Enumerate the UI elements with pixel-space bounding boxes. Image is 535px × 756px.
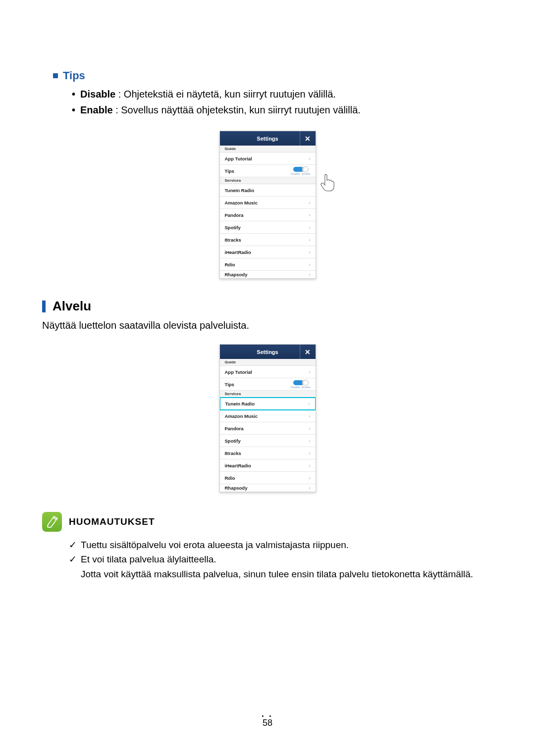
chevron-right-icon: › xyxy=(309,485,310,491)
bullet-icon: • xyxy=(72,86,75,102)
chevron-right-icon: › xyxy=(309,272,310,277)
notes-heading-row: HUOMAUTUKSET xyxy=(42,512,493,532)
page-number-value: 58 xyxy=(263,718,272,728)
page-content: Tips • Disable : Ohjetekstiä ei näytetä,… xyxy=(42,69,493,581)
chevron-right-icon: › xyxy=(309,212,310,218)
chevron-right-icon: › xyxy=(309,369,310,375)
tips-toggle[interactable]: Disable Enable xyxy=(291,167,310,175)
row-app-tutorial[interactable]: App Tutorial › xyxy=(220,152,316,165)
screen-header: Settings ✕ xyxy=(220,131,316,146)
alvelu-description: Näyttää luettelon saatavilla olevista pa… xyxy=(42,320,493,331)
row-service[interactable]: Rhapsody› xyxy=(220,484,316,492)
chevron-right-icon: › xyxy=(309,237,310,243)
chevron-right-icon: › xyxy=(309,225,310,230)
row-label: Rdio xyxy=(225,475,235,481)
check-icon: ✓ xyxy=(69,552,77,581)
row-service[interactable]: Spotify› xyxy=(220,435,316,447)
note-text: Et voi tilata palvelua älylaitteella. xyxy=(81,552,473,566)
section-header-guide: Guide xyxy=(220,146,316,152)
row-label: TuneIn Radio xyxy=(225,401,255,406)
row-label: Rhapsody xyxy=(225,485,248,491)
chevron-right-icon: › xyxy=(309,156,310,161)
pointing-hand-icon xyxy=(320,173,337,193)
row-tips[interactable]: Tips Disable Enable xyxy=(220,378,316,391)
section-header-guide: Guide xyxy=(220,359,316,366)
list-item: ✓ Tuettu sisältöpalvelu voi erota aluees… xyxy=(69,538,493,552)
row-service[interactable]: Rdio› xyxy=(220,258,316,271)
list-item: ✓ Et voi tilata palvelua älylaitteella. … xyxy=(69,552,493,581)
row-service[interactable]: Rhapsody› xyxy=(220,271,316,278)
row-label: Pandora xyxy=(225,212,244,218)
row-service[interactable]: Pandora› xyxy=(220,422,316,435)
chevron-right-icon: › xyxy=(309,438,310,444)
screenshot-1-container: Settings ✕ Guide App Tutorial › Tips Dis… xyxy=(42,131,493,279)
note-text: Jotta voit käyttää maksullista palvelua,… xyxy=(81,567,473,581)
row-service[interactable]: Pandora› xyxy=(220,209,316,221)
row-label: TuneIn Radio xyxy=(225,188,254,193)
chevron-right-icon: › xyxy=(309,413,310,419)
row-service[interactable]: TuneIn Radio xyxy=(220,184,316,197)
notes-icon xyxy=(42,512,62,532)
row-label: Spotify xyxy=(225,225,241,230)
square-bullet-icon xyxy=(53,73,58,78)
chevron-right-icon: › xyxy=(309,451,310,456)
page-number: • • 58 xyxy=(0,713,535,728)
notes-title: HUOMAUTUKSET xyxy=(69,512,155,527)
bullet-icon: • xyxy=(72,102,75,118)
close-button[interactable]: ✕ xyxy=(300,131,316,146)
chevron-right-icon: › xyxy=(309,463,310,468)
row-service[interactable]: 8tracks› xyxy=(220,447,316,459)
chevron-right-icon: › xyxy=(309,475,310,481)
row-label: Tips xyxy=(225,382,234,387)
row-label: Amazon Music xyxy=(225,200,258,205)
tips-toggle[interactable]: Disable Enable xyxy=(291,380,310,389)
notes-list: ✓ Tuettu sisältöpalvelu voi erota aluees… xyxy=(69,538,493,581)
row-service[interactable]: Rdio› xyxy=(220,472,316,484)
list-item: • Enable : Sovellus näyttää ohjetekstin,… xyxy=(72,102,493,118)
check-icon: ✓ xyxy=(69,538,77,552)
row-label: Rhapsody xyxy=(225,272,248,277)
toggle-label-enable: Enable xyxy=(302,386,310,389)
settings-screen-2: Settings ✕ Guide App Tutorial › Tips Dis… xyxy=(219,344,316,492)
tips-heading: Tips xyxy=(53,69,493,82)
alvelu-title: Alvelu xyxy=(53,299,91,314)
row-service[interactable]: iHeartRadio› xyxy=(220,246,316,258)
alvelu-heading: Alvelu xyxy=(42,299,493,314)
note-text: Tuettu sisältöpalvelu voi erota alueesta… xyxy=(81,538,349,552)
row-label: Rdio xyxy=(225,262,235,267)
row-app-tutorial[interactable]: App Tutorial › xyxy=(220,366,316,378)
section-header-services: Services xyxy=(220,391,316,398)
chevron-right-icon: › xyxy=(309,250,310,255)
row-service[interactable]: Amazon Music› xyxy=(220,197,316,209)
tips-bullet-list: • Disable : Ohjetekstiä ei näytetä, kun … xyxy=(72,86,493,118)
close-button[interactable]: ✕ xyxy=(300,345,316,359)
row-label: App Tutorial xyxy=(225,156,252,161)
row-label: iHeartRadio xyxy=(225,250,251,255)
chevron-right-icon: › xyxy=(309,426,310,431)
chevron-right-icon: › xyxy=(309,262,310,267)
row-tips[interactable]: Tips Disable Enable xyxy=(220,165,316,177)
bullet-text: Disable : Ohjetekstiä ei näytetä, kun si… xyxy=(80,86,336,102)
row-label: Tips xyxy=(225,168,234,174)
row-label: 8tracks xyxy=(225,451,241,456)
row-label: Amazon Music xyxy=(225,413,258,419)
row-service[interactable]: iHeartRadio› xyxy=(220,459,316,472)
screen-header: Settings ✕ xyxy=(220,345,316,359)
chevron-right-icon: › xyxy=(308,401,310,406)
row-label: iHeartRadio xyxy=(225,463,251,468)
bar-bullet-icon xyxy=(42,301,46,312)
row-label: 8tracks xyxy=(225,237,241,243)
tips-title: Tips xyxy=(63,69,85,82)
screenshot-2-container: Settings ✕ Guide App Tutorial › Tips Dis… xyxy=(42,344,493,492)
toggle-label-disable: Disable xyxy=(291,172,300,175)
toggle-label-enable: Enable xyxy=(302,172,310,175)
row-service[interactable]: 8tracks› xyxy=(220,234,316,246)
row-service[interactable]: Spotify› xyxy=(220,221,316,234)
list-item: • Disable : Ohjetekstiä ei näytetä, kun … xyxy=(72,86,493,102)
row-service[interactable]: Amazon Music› xyxy=(220,410,316,422)
chevron-right-icon: › xyxy=(309,200,310,205)
row-service-highlighted[interactable]: TuneIn Radio› xyxy=(219,397,316,410)
section-header-services: Services xyxy=(220,177,316,184)
toggle-label-disable: Disable xyxy=(291,386,300,389)
row-label: App Tutorial xyxy=(225,369,252,375)
